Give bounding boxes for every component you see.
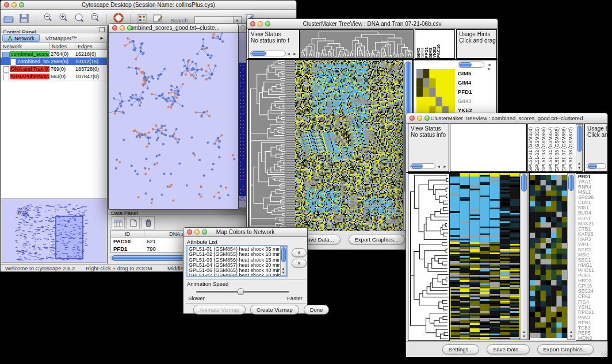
tv2-zoom-heatmap[interactable] [530,173,567,340]
zoom-selected-icon[interactable] [72,11,86,24]
scroll-down-arrow[interactable]: ▼ [568,335,575,339]
column-label[interactable]: GPL51-08 (GSM872) [569,127,576,171]
close-button[interactable] [250,21,255,26]
dialog-button[interactable]: Animate Vizmap [193,305,246,315]
close-button[interactable] [112,25,117,30]
resize-grip[interactable] [601,351,607,357]
tv1-global-heatmap[interactable] [295,60,403,231]
tv2-hints-scrollbar[interactable] [587,163,606,169]
close-button[interactable] [410,116,415,121]
move-up-button[interactable]: ∧ [292,248,307,257]
attribute-list-vscrollbar[interactable]: ▲ ▼ [280,246,286,276]
treeview-button[interactable]: Settings... [442,344,479,354]
tv1-zoom-hscrollbar[interactable] [458,62,484,68]
tab-vizmapper[interactable]: VizMapper™ [40,35,83,41]
network-tree-row[interactable]: combined_scores 2764(0) 16218(0) [1,50,107,58]
network-tree-row[interactable]: sRNAPuberNov2+ 563(0) 107847(0) [1,72,107,80]
zoom-out-icon[interactable] [41,11,54,24]
treeview-button[interactable]: Export Graphics... [349,235,405,244]
vscroll-thumb[interactable] [521,174,527,191]
gene-label[interactable]: GIM4 [458,78,475,87]
tv2-usage-hints-panel: Usage Hi Click and [584,124,608,172]
zoom-button[interactable] [424,116,430,121]
tv2-heatmap-vscrollbar[interactable]: ▲ ▼ [520,173,528,340]
treeview1-titlebar[interactable]: ClusterMaker TreeView : DNA and Tran 07-… [247,19,498,29]
tv1-status-scrollbar[interactable] [250,51,286,56]
scroll-up-arrow[interactable]: ▲ [521,330,527,334]
zoom-fit-icon[interactable] [89,11,102,24]
network-item-icon [9,59,17,64]
network-name: combined_scores [10,51,49,57]
treeview-button[interactable]: Export Graphics... [537,344,594,354]
column-label[interactable]: GPL51-07 (GSM868) [562,127,569,171]
minimize-button[interactable] [258,21,263,26]
gene-label[interactable]: GIM3 [458,97,475,106]
network-view-window: combined_scores_good.txt--cluste... [108,23,239,210]
tv2-collabel-vscrollbar[interactable]: ▲ ▼ [576,124,583,171]
scroll-arrows[interactable]: ◄ ► [437,164,447,168]
network-tree-row[interactable]: combined_sco 2569(6) 13112(15) [1,58,107,65]
node-count: 2764(0) [49,51,74,57]
zoom-button[interactable] [202,229,207,235]
tv2-global-heatmap[interactable] [450,173,520,340]
minimize-button[interactable] [417,116,422,121]
minimize-button[interactable] [194,229,200,235]
save-icon[interactable] [17,12,30,25]
scroll-arrows[interactable]: ◄ ► [286,52,297,56]
scroll-arrows[interactable]: ◄ ► [487,63,496,71]
dialog-button[interactable]: Done [304,305,330,315]
network-tree-row[interactable]: DNA and Tran 07 769(0) 183728(0) [1,65,107,72]
tv2-column-dendrogram-area[interactable] [450,124,527,172]
tv2-row-dendrogram[interactable] [408,173,450,341]
move-down-button[interactable]: ∨ [292,259,307,267]
gene-label[interactable]: GIM5 [458,69,475,78]
dialog-titlebar[interactable]: Map Colors to Network [183,228,307,237]
tv1-column-dendrogram[interactable] [300,29,414,59]
zoom-in-icon[interactable] [57,11,70,24]
network-overview-panel[interactable] [2,198,106,263]
help-lifebuoy-icon[interactable] [112,11,125,24]
zoom-button[interactable] [265,21,270,26]
open-file-icon[interactable] [2,12,15,25]
tv1-row-dendrogram[interactable] [248,60,286,231]
network-tree-table: combined_scores 2764(0) 16218(0) combine… [1,50,107,80]
column-label[interactable]: PAC10 [437,44,441,58]
zoom-button[interactable] [127,25,132,30]
tv1-usage-hints-panel: Usage Hints Click and drag to [456,29,497,59]
slider-thumb[interactable] [238,288,244,295]
treeview2-titlebar[interactable]: ClusterMaker TreeView : combined_scores_… [406,113,607,124]
minimize-button[interactable] [240,25,246,30]
gene-label[interactable]: MON2 [578,336,607,341]
delete-attribute-icon[interactable] [141,216,155,229]
attribute-table-icon[interactable] [112,216,125,229]
tab-network[interactable]: Network [2,34,40,42]
tv2-zoom-vscrollbar[interactable]: ▲ ▼ [567,173,575,340]
float-panel-icon[interactable] [100,27,105,32]
close-button[interactable] [187,229,192,235]
attribute-listbox[interactable]: GPL51-01 (GSM854) heat shock 05 minGPL51… [186,245,288,277]
attribute-list-item[interactable]: GPL51-07 (GSM868) heat shock 60 min [189,273,285,277]
network-overview-canvas[interactable] [2,199,106,262]
animation-speed-slider[interactable] [196,291,289,293]
gene-label[interactable]: PFD1 [458,87,475,97]
close-button[interactable] [4,2,9,7]
minimize-button[interactable] [120,25,125,30]
minimize-button[interactable] [12,2,17,7]
treeview-button[interactable]: Save Data... [487,344,529,354]
new-attribute-icon[interactable] [127,216,140,229]
slider-max-label: Faster [287,295,303,301]
tv2-status-scrollbar[interactable] [410,163,435,169]
edge-count: 183728(0) [74,66,107,72]
netview-titlebar[interactable]: combined_scores_good.txt--cluste... [109,24,238,33]
zoom-button[interactable] [19,2,24,7]
network-canvas[interactable] [109,33,238,209]
dialog-button[interactable]: Create Vizmap [250,305,299,315]
column-label[interactable]: GPL51-01 (GSM854) [529,127,536,171]
scroll-up-arrow[interactable]: ▲ [568,330,575,334]
vscroll-thumb[interactable] [568,175,574,191]
usage-hints-label: Usage Hi [585,124,607,132]
tab-overflow-arrow[interactable]: ► [100,36,104,41]
main-titlebar[interactable]: Cytoscape Desktop (Session Name: collins… [1,1,296,10]
scroll-down-arrow[interactable]: ▼ [521,335,527,339]
node-count: 563(0) [49,74,74,79]
